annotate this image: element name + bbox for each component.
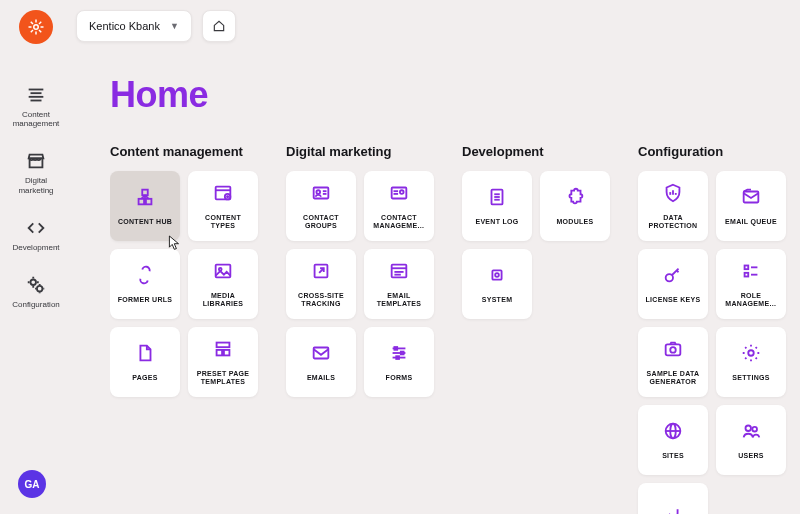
svg-point-32 [316, 190, 320, 194]
svg-rect-44 [314, 347, 329, 358]
tile-users[interactable]: USERS [716, 405, 786, 475]
svg-point-36 [400, 190, 404, 194]
rail-item-content-management[interactable]: Contentmanagement [6, 84, 66, 128]
globe-icon [662, 420, 684, 452]
image-icon [212, 260, 234, 292]
template-icon [212, 338, 234, 370]
svg-point-73 [752, 427, 757, 432]
svg-rect-63 [745, 273, 749, 277]
tile-label: SITES [662, 452, 684, 460]
tile-more[interactable] [638, 483, 708, 514]
svg-line-8 [39, 22, 41, 24]
tile-email-queue[interactable]: EMAIL QUEUE [716, 171, 786, 241]
tile-label: CONTENT TYPES [192, 214, 254, 230]
tile-email-templates[interactable]: EMAIL TEMPLATES [364, 249, 434, 319]
svg-rect-15 [142, 190, 148, 196]
svg-point-68 [748, 350, 754, 356]
tile-label: LICENSE KEYS [646, 296, 701, 304]
tile-former-urls[interactable]: FORMER URLS [110, 249, 180, 319]
tile-preset-page-templates[interactable]: PRESET PAGE TEMPLATES [188, 327, 258, 397]
tile-content-hub[interactable]: CONTENT HUB [110, 171, 180, 241]
rail-item-digital-marketing[interactable]: Digitalmarketing [6, 150, 66, 194]
gear-icon [740, 342, 762, 374]
left-rail: ContentmanagementDigitalmarketingDevelop… [0, 0, 72, 514]
tile-label: FORMER URLS [118, 296, 173, 304]
window-plus-icon [212, 182, 234, 214]
tile-system[interactable]: SYSTEM [462, 249, 532, 319]
svg-point-72 [746, 425, 752, 431]
tile-sections: Content managementCONTENT HUBCONTENT TYP… [110, 144, 800, 514]
tile-data-protection[interactable]: DATA PROTECTION [638, 171, 708, 241]
tile-emails[interactable]: EMAILS [286, 327, 356, 397]
user-avatar[interactable]: GA [18, 470, 46, 498]
svg-point-56 [495, 273, 499, 277]
main-content: Home Content managementCONTENT HUBCONTEN… [110, 74, 800, 514]
tile-label: PRESET PAGE TEMPLATES [192, 370, 254, 386]
svg-rect-28 [217, 343, 230, 348]
tile-label: FORMS [386, 374, 413, 382]
rail-item-development[interactable]: Development [6, 217, 66, 252]
tile-label: SETTINGS [732, 374, 769, 382]
tile-sample-data-generator[interactable]: SAMPLE DATA GENERATOR [638, 327, 708, 397]
tile-label: DATA PROTECTION [642, 214, 704, 230]
svg-rect-26 [216, 265, 231, 278]
section-development: DevelopmentEVENT LOGMODULESSYSTEM [462, 144, 610, 319]
tile-license-keys[interactable]: LICENSE KEYS [638, 249, 708, 319]
tile-label: CONTENT HUB [118, 218, 172, 226]
tile-media-libraries[interactable]: MEDIA LIBRARIES [188, 249, 258, 319]
list-doc-icon [486, 186, 508, 218]
tile-label: SYSTEM [482, 296, 513, 304]
sliders-icon [388, 342, 410, 374]
tile-grid: DATA PROTECTIONEMAIL QUEUELICENSE KEYSRO… [638, 171, 786, 514]
tile-cross-site-tracking[interactable]: CROSS-SITE TRACKING [286, 249, 356, 319]
tile-content-types[interactable]: CONTENT TYPES [188, 171, 258, 241]
page-title: Home [110, 74, 800, 116]
svg-rect-16 [139, 199, 145, 205]
section-title: Configuration [638, 144, 786, 159]
tile-grid: EVENT LOGMODULESSYSTEM [462, 171, 610, 319]
tile-settings[interactable]: SETTINGS [716, 327, 786, 397]
section-title: Development [462, 144, 610, 159]
tile-grid: CONTENT HUBCONTENT TYPESFORMER URLSMEDIA… [110, 171, 258, 397]
checklist-icon [740, 260, 762, 292]
section-title: Content management [110, 144, 258, 159]
top-bar: Kentico Kbank ▼ [76, 10, 236, 42]
tile-label: EVENT LOG [475, 218, 518, 226]
svg-point-0 [34, 25, 39, 30]
svg-point-14 [37, 286, 42, 292]
tile-label: EMAIL QUEUE [725, 218, 777, 226]
section-configuration: ConfigurationDATA PROTECTIONEMAIL QUEUEL… [638, 144, 786, 514]
tile-forms[interactable]: FORMS [364, 327, 434, 397]
tile-label: PAGES [132, 374, 158, 382]
id-card-alt-icon [388, 182, 410, 214]
tile-contact-groups[interactable]: CONTACT GROUPS [286, 171, 356, 241]
camera-icon [662, 338, 684, 370]
tile-contact-management[interactable]: CONTACT MANAGEME… [364, 171, 434, 241]
mail-icon [310, 342, 332, 374]
svg-rect-62 [745, 265, 749, 269]
rail-item-label: Digitalmarketing [18, 176, 53, 194]
tile-pages[interactable]: PAGES [110, 327, 180, 397]
site-selector[interactable]: Kentico Kbank ▼ [76, 10, 192, 42]
svg-line-6 [39, 30, 41, 32]
tile-label: EMAIL TEMPLATES [368, 292, 430, 308]
tile-label: MODULES [556, 218, 593, 226]
tile-role-management[interactable]: ROLE MANAGEME… [716, 249, 786, 319]
tile-label: SAMPLE DATA GENERATOR [642, 370, 704, 386]
tile-event-log[interactable]: EVENT LOG [462, 171, 532, 241]
id-card-icon [310, 182, 332, 214]
tile-modules[interactable]: MODULES [540, 171, 610, 241]
page-icon [134, 342, 156, 374]
svg-point-13 [31, 279, 37, 285]
mail-folder-icon [740, 186, 762, 218]
key-icon [662, 264, 684, 296]
app-logo[interactable] [19, 10, 53, 44]
tile-label: USERS [738, 452, 764, 460]
svg-rect-66 [666, 344, 681, 355]
external-icon [310, 260, 332, 292]
tile-grid: CONTACT GROUPSCONTACT MANAGEME…CROSS-SIT… [286, 171, 434, 397]
home-button[interactable] [202, 10, 236, 42]
tile-sites[interactable]: SITES [638, 405, 708, 475]
rail-item-configuration[interactable]: Configuration [6, 274, 66, 309]
shield-chart-icon [662, 182, 684, 214]
